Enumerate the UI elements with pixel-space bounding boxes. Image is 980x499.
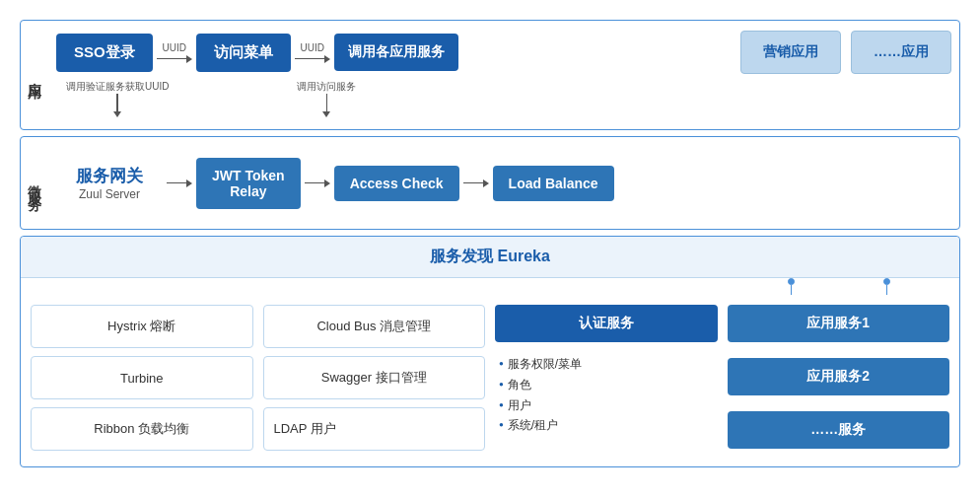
v-arrowhead-1	[113, 111, 121, 117]
micro-arrow-3	[463, 179, 489, 187]
app-row-content: SSO登录 UUID 访问菜单 UUID	[48, 21, 959, 129]
eureka-connector-row	[21, 278, 959, 295]
architecture-diagram: 应用 SSO登录 UUID 访问菜单 UUID	[20, 20, 960, 467]
arrow-1	[157, 55, 192, 63]
services-col-2: Cloud Bus 消息管理 Swagger 接口管理 LDAP 用户	[263, 305, 486, 457]
dot-connector-appservice	[883, 278, 890, 295]
jwt-box: JWT Token Relay	[196, 158, 301, 209]
micro-h-line-3	[463, 182, 483, 184]
dot-circle-appservice	[883, 278, 890, 285]
cloudbus-item: Cloud Bus 消息管理	[263, 305, 486, 348]
h-line-2	[295, 58, 324, 60]
micro-row-label: 微服务	[21, 137, 48, 229]
sub-arrow-row: 调用验证服务获取UUID 调用访问服务	[56, 78, 951, 119]
more-app-box: ……应用	[851, 31, 951, 74]
call-service-box: 调用各应用服务	[334, 34, 458, 71]
v-arrow-1	[113, 94, 121, 117]
marketing-box: 营销应用	[740, 31, 841, 74]
h-line-1	[157, 58, 186, 60]
services-row: 服务发现 Eureka Hystrix 熔断 Turbine	[20, 236, 960, 467]
auth-box: 认证服务	[495, 305, 718, 342]
hystrix-item: Hystrix 熔断	[31, 305, 253, 348]
swagger-item: Swagger 接口管理	[263, 356, 486, 399]
auth-list-item-0: 服务权限/菜单	[499, 356, 714, 373]
down-arrow-1: 调用验证服务获取UUID	[66, 80, 169, 117]
sso-box: SSO登录	[56, 34, 153, 72]
zuul-box: 服务网关 Zuul Server	[56, 157, 163, 209]
down-arrow-2: 调用访问服务	[297, 80, 356, 117]
uuid-connector-1: UUID	[157, 42, 192, 63]
load-balance-box: Load Balance	[493, 166, 614, 201]
micro-arrowhead-2	[324, 179, 330, 187]
access-check-box: Access Check	[334, 166, 459, 201]
dot-circle-auth	[788, 278, 795, 285]
v-line-1	[116, 94, 118, 111]
micro-boxes: 服务网关 Zuul Server JWT Token Relay Access …	[56, 147, 951, 219]
micro-row: 微服务 服务网关 Zuul Server JWT Token Relay	[20, 136, 960, 230]
auth-list: 服务权限/菜单 角色 用户 系统/租户	[495, 356, 718, 438]
uuid-label-1: UUID	[162, 42, 185, 53]
services-row-content: 服务发现 Eureka Hystrix 熔断 Turbine	[21, 237, 959, 466]
v-arrow-2	[322, 94, 330, 117]
top-right-boxes: 营销应用 ……应用	[740, 31, 951, 74]
uuid-connector-2: UUID	[295, 42, 330, 63]
ribbon-item: Ribbon 负载均衡	[31, 407, 253, 451]
dot-connector-auth	[788, 278, 795, 295]
v-line-2	[326, 94, 328, 111]
app-row-label: 应用	[21, 21, 48, 129]
uuid-label-2: UUID	[300, 42, 323, 53]
micro-row-content: 服务网关 Zuul Server JWT Token Relay Access …	[48, 137, 959, 229]
micro-arrowhead-3	[483, 179, 489, 187]
micro-h-line-2	[305, 182, 324, 184]
services-grid: Hystrix 熔断 Turbine Ribbon 负载均衡 Cloud Bus…	[21, 295, 959, 466]
micro-arrowhead-1	[186, 179, 192, 187]
appservices-col: 应用服务1 应用服务2 ……服务	[728, 305, 950, 457]
app-service-3: ……服务	[728, 411, 950, 449]
call-access-label: 调用访问服务	[297, 80, 356, 94]
micro-h-line-1	[167, 182, 186, 184]
services-col-1: Hystrix 熔断 Turbine Ribbon 负载均衡	[31, 305, 253, 457]
turbine-item: Turbine	[31, 356, 253, 399]
arrowhead-2	[324, 55, 330, 63]
eureka-header: 服务发现 Eureka	[21, 237, 959, 278]
auth-list-item-3: 系统/租户	[499, 417, 714, 434]
app-service-2: 应用服务2	[728, 358, 950, 395]
zuul-sub: Zuul Server	[79, 187, 140, 201]
micro-arrow-2	[305, 179, 330, 187]
zuul-title: 服务网关	[76, 165, 143, 187]
arrow-2	[295, 55, 330, 63]
dot-v-line-appservice	[886, 285, 888, 295]
auth-col: 认证服务 服务权限/菜单 角色 用户 系统/租户	[495, 305, 718, 457]
call-auth-label: 调用验证服务获取UUID	[66, 80, 169, 94]
v-arrowhead-2	[322, 111, 330, 117]
arrowhead-1	[186, 55, 192, 63]
menu-box: 访问菜单	[196, 34, 291, 72]
ldap-item: LDAP 用户	[263, 407, 486, 451]
dot-v-line-auth	[791, 285, 793, 295]
app-service-1: 应用服务1	[728, 305, 950, 342]
auth-list-item-2: 用户	[499, 397, 714, 414]
eureka-title: 服务发现 Eureka	[430, 248, 550, 264]
auth-list-item-1: 角色	[499, 377, 714, 393]
app-boxes-top: SSO登录 UUID 访问菜单 UUID	[56, 31, 951, 74]
micro-arrow-1	[167, 179, 192, 187]
app-row: 应用 SSO登录 UUID 访问菜单 UUID	[20, 20, 960, 130]
